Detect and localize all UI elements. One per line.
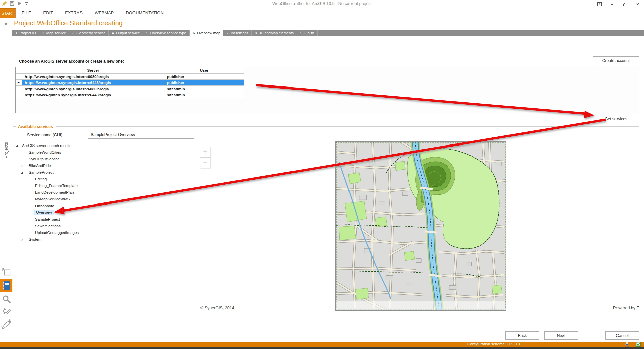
menu-edit[interactable]: EDIT (37, 8, 59, 18)
tree-item-root[interactable]: ◢ArcGIS server search results (14, 143, 71, 148)
tree-collapsed-icon[interactable]: ▷ (20, 164, 24, 167)
ribbon-options-icon[interactable]: ↑ (595, 1, 604, 7)
copyright-text: © SynerGIS; 2014 (200, 306, 234, 310)
overview-map-preview[interactable] (335, 141, 506, 311)
tab-overview-map[interactable]: 6. Overview map (190, 30, 224, 36)
bottom-edge (0, 347, 644, 349)
window-title: WebOffice author for ArcGIS 10.5 - No cu… (0, 1, 644, 6)
tab-3d-map-elements[interactable]: 8. 3D andMap elements (252, 30, 297, 36)
tree-collapsed-icon[interactable]: ▷ (20, 238, 24, 241)
tree-item[interactable]: SampleProject (35, 217, 60, 222)
table-row[interactable]: http://w-ws-ginten.synergis.intern:6080/… (16, 86, 244, 92)
get-services-button[interactable]: Get services (593, 115, 639, 123)
zoom-out-button[interactable]: − (200, 157, 210, 168)
zoom-in-button[interactable]: + (200, 147, 210, 157)
tree-item[interactable]: Editing (35, 176, 47, 182)
tree-item-overview-selected[interactable]: Overview (34, 210, 54, 215)
tree-item[interactable]: UploadGeotaggedImages (35, 230, 79, 235)
tree-item[interactable]: Editing_FeatureTemplate (35, 183, 78, 188)
table-row-selected[interactable]: ▶ https://w-ws-ginten.synergis.intern:64… (16, 80, 244, 86)
tab-geometry-service[interactable]: 3. Geometry service (69, 30, 109, 36)
tree-item[interactable]: ▷System (20, 237, 41, 242)
tab-basemaps[interactable]: 7. Basemaps (224, 30, 252, 36)
tree-item[interactable]: ◢SampleProject (20, 170, 54, 175)
expand-chevron-icon[interactable]: » (5, 21, 7, 26)
window-controls: ↑ – ✕ (595, 1, 642, 7)
close-icon[interactable]: ✕ (633, 1, 642, 7)
grid-header-row: Server User (16, 67, 244, 74)
table-row[interactable]: https://w-ws-ginten.synergis.intern:6443… (16, 92, 244, 98)
menu-webmap[interactable]: WEBMAP (89, 8, 120, 18)
update-download-icon[interactable] (625, 342, 629, 347)
tab-start[interactable]: START (0, 8, 16, 18)
menu-file[interactable]: FILE (16, 8, 37, 18)
available-services-label: Available services (18, 124, 53, 129)
tab-project-id[interactable]: 1. Project ID (12, 30, 39, 36)
groupbox-line (56, 126, 639, 127)
projects-notebook-icon[interactable] (0, 279, 12, 292)
tree-item[interactable]: SynOutputService (29, 156, 60, 162)
tab-map-service[interactable]: 2. Map service (39, 30, 70, 36)
groupbox-dash (13, 126, 16, 127)
table-row[interactable]: http://w-ws-ginten.synergis.intern:6080/… (16, 74, 244, 80)
tree-item[interactable]: MyMapServiceWMS (35, 196, 70, 202)
row-marker-icon: ▶ (16, 80, 22, 85)
cancel-button[interactable]: Cancel (605, 331, 639, 340)
column-header-server[interactable]: Server (22, 67, 164, 73)
next-button[interactable]: Next (544, 331, 578, 340)
tree-item[interactable]: Orthophoto (35, 203, 54, 209)
chart-status-icon[interactable] (636, 342, 641, 347)
service-name-input[interactable] (88, 131, 194, 139)
map-attribution-strip (336, 301, 505, 310)
tree-item[interactable]: SampleWorldCities (29, 150, 61, 155)
wizard-tab-strip: 1. Project ID 2. Map service 3. Geometry… (12, 30, 644, 36)
minimize-icon[interactable]: – (608, 1, 616, 7)
tab-output-service[interactable]: 4. Output service (109, 30, 143, 36)
title-bar: WebOffice author for ArcGIS 10.5 - No cu… (0, 0, 644, 8)
column-header-user[interactable]: User (164, 67, 244, 73)
left-sidebar (0, 18, 12, 342)
menu-documentation[interactable]: DOCUMENTATION (120, 8, 170, 18)
configuration-scheme-text: Configuration scheme: 105.0.0 (467, 342, 520, 346)
back-button[interactable]: Back (505, 331, 539, 340)
account-section-label: Choose an ArcGIS server account or creat… (19, 59, 124, 64)
search-icon[interactable] (1, 294, 11, 304)
pen-icon[interactable] (1, 318, 11, 331)
tree-item[interactable]: SewerSections (35, 223, 61, 229)
projects-panel-tab[interactable]: Projects (0, 133, 12, 167)
move-edit-icon[interactable] (1, 307, 11, 317)
annotation-arrows (0, 0, 644, 349)
new-project-wand-icon[interactable] (1, 267, 11, 277)
service-name-label: Service name (GUI): (27, 133, 63, 137)
create-account-button[interactable]: Create account (593, 56, 639, 65)
tree-expanded-icon[interactable]: ◢ (14, 144, 19, 147)
status-bar (0, 342, 644, 347)
menu-extras[interactable]: EXTRAS (59, 8, 89, 18)
tree-item[interactable]: ▷BikeAndRide (20, 163, 51, 168)
tab-overview-service-type[interactable]: 5. Overview service type (143, 30, 190, 36)
restore-icon[interactable] (621, 1, 629, 7)
tree-item[interactable]: LandDevelopmentPlan (35, 190, 74, 195)
powered-by-text: Powered by E (613, 306, 644, 310)
tab-finish[interactable]: 9. Finish (297, 30, 318, 36)
tree-expanded-icon[interactable]: ◢ (20, 171, 24, 174)
menu-bar: START FILE EDIT EXTRAS WEBMAP DOCUMENTAT… (0, 8, 644, 18)
server-accounts-grid: Server User http://w-ws-ginten.synergis.… (15, 67, 639, 113)
page-title: Project WebOffice Standard creating (14, 19, 123, 27)
